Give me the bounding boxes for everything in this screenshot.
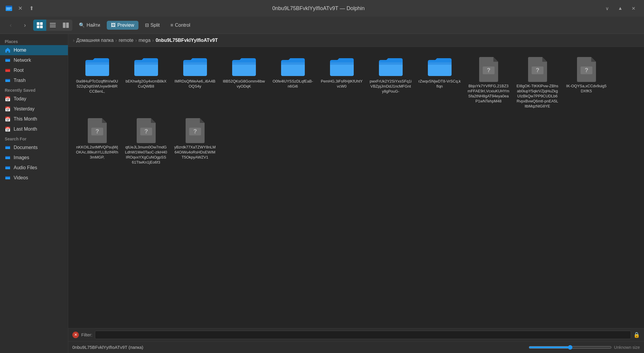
svg-rect-10 [50,26,56,27]
file-item[interactable]: ? IK-OQYSa,xCCdv9uig5DXfK5 [563,53,609,111]
sidebar-item-this-month[interactable]: 📅 This Month [0,114,68,124]
svg-text:?: ? [535,67,539,73]
window-controls: ∨ ▲ ✕ [601,2,639,14]
raise-icon[interactable]: ⬆ [27,4,36,12]
file-item[interactable]: rZwqvSNjwDT8-VrSCq,kfIqn [417,53,463,111]
preview-button[interactable]: 🖼 Preview [107,21,138,30]
search-button[interactable]: 🔍 Найти [75,20,104,30]
places-section-label: Places [0,37,68,45]
last-month-icon: 📅 [5,126,11,132]
minimize-button[interactable]: ∨ [601,2,613,14]
breadcrumb-sep-1: › [115,38,117,43]
file-item[interactable]: l8B52QKsG8Gomm4lbwvyODqK [221,53,267,111]
grid-view-button[interactable] [33,20,46,31]
file-name: IK-OQYSa,xCCdv9uig5DXfK5 [565,84,608,94]
filter-input[interactable] [95,331,631,339]
trash-label: Trash [14,78,25,83]
sidebar-item-trash[interactable]: Trash [0,75,68,86]
breadcrumb-home[interactable]: Домашняя папка [76,38,114,43]
control-button[interactable]: ≡ Control [166,21,195,30]
file-item[interactable]: pwxFrUk2Y2SiYxsSFq1iVBZpjJmDdJ1ncMFGnty8… [368,53,414,111]
svg-text:?: ? [584,67,588,73]
sidebar-item-videos[interactable]: Videos [0,173,68,183]
maximize-button[interactable]: ▲ [614,2,626,14]
breadcrumb-sep-3: › [152,38,154,43]
folder-path-bar: 0nbu9L75BFvklYyIfIoATv9T (папка) Unknown… [68,341,644,353]
this-month-icon: 📅 [5,116,11,122]
svg-text:?: ? [487,67,490,73]
file-item[interactable]: ? EI8gOK-TtKKlPvw-ZBhsab0iupY5qkrVZjqHuZ… [514,53,560,111]
unknown-file-icon: ? [478,56,499,82]
breadcrumb-current[interactable]: 0nbu9L75BFvklYyIfIoATv9T [156,38,218,43]
file-name: pwxFrUk2Y2SiYxsSFq1iVBZpjJmDdJ1ncMFGnty8… [369,79,412,94]
videos-icon [5,175,11,181]
file-item[interactable]: IMRDsQfWeAe6,,i6A4BOQS4y [172,53,218,111]
yesterday-label: Yesterday [14,106,35,112]
svg-rect-18 [5,166,10,167]
svg-rect-16 [5,146,10,147]
svg-rect-7 [40,26,43,28]
file-item[interactable]: ? yBzrdk77XaTZWY8nLM64OiWu4oRsHDsEWIMT5O… [172,114,218,167]
file-item[interactable]: bEKhwfg2Gy4vcmB8kXCuQWB8 [123,53,169,111]
file-item[interactable]: ? qtUeJL3mum0Ow7mdGLdhW1We0TaoC-zlkH40IR… [123,114,169,167]
file-name: IMRDsQfWeAe6,,i6A4BOQS4y [174,79,216,89]
title-bar-left-icons: ✕ ⬆ [5,4,36,12]
svg-rect-1 [6,6,12,7]
sidebar-item-network[interactable]: Network [0,55,68,65]
file-name: BbjoYk7YVRFG,21BZ3mFFAE9rI,VcxiuKUHYmSfa… [467,84,510,104]
back-button[interactable]: ‹ [5,19,17,31]
network-folder-icon [5,57,11,63]
breadcrumb-remote[interactable]: remote [119,38,133,43]
sidebar-item-last-month[interactable]: 📅 Last Month [0,124,68,134]
sidebar-item-images[interactable]: Images [0,153,68,163]
audio-icon [5,165,11,171]
file-item[interactable]: PemHG,3iFsRHjtKfUhtYvcW0 [319,53,365,111]
close-button[interactable]: ✕ [627,2,639,14]
split-button[interactable]: ⊟ Split [141,20,164,30]
lock-icon: 🔒 [633,332,640,338]
file-name: qtUeJL3mum0Ow7mdGLdhW1We0TaoC-zlkH40IROq… [125,145,167,165]
sidebar-item-root[interactable]: Root [0,65,68,75]
search-icon: 🔍 [79,22,85,28]
svg-rect-14 [5,69,10,70]
unknown-file-icon: ? [576,56,597,82]
pin-icon[interactable]: ✕ [16,4,24,12]
forward-button[interactable]: › [19,19,31,31]
preview-label: Preview [117,23,134,28]
file-item[interactable]: 0ia9lHuPTcOzqffihVw0U522qOqllSWUvyw9H8RC… [74,53,120,111]
file-item[interactable]: O0fe4lUYSSzDLqfEaB-n6Gi6 [270,53,316,111]
folder-icon [133,56,160,77]
list-view-button[interactable] [46,20,59,31]
sidebar-item-yesterday[interactable]: 📅 Yesterday [0,104,68,114]
size-slider[interactable] [529,345,612,350]
file-name: bEKhwfg2Gy4vcmB8kXCuQWB8 [125,79,167,89]
sidebar-item-home[interactable]: Home [0,45,68,55]
file-name: EI8gOK-TtKKlPvw-ZBhsab0iupY5qkrVZjqHuZkg… [516,84,559,109]
svg-text:?: ? [95,128,99,134]
menu-icon: ≡ [170,23,173,28]
breadcrumb-sep-2: › [135,38,137,43]
this-month-label: This Month [14,116,37,122]
sidebar-item-audio[interactable]: Audio Files [0,163,68,173]
svg-rect-19 [5,176,10,177]
home-folder-icon [5,47,11,53]
breadcrumb-mega[interactable]: mega [139,38,151,43]
search-label: Найти [87,23,100,28]
file-item[interactable]: ? nKKOIL2srtMfVQPsujWjOKAc,88kuhYLLBzIf4… [74,114,120,167]
main-content: Places Home Network [0,34,644,353]
split-label: Split [151,23,160,28]
file-item[interactable]: ? BbjoYk7YVRFG,21BZ3mFFAE9rI,VcxiuKUHYmS… [466,53,511,111]
sidebar-item-documents[interactable]: Documents [0,143,68,153]
file-name: l8B52QKsG8Gomm4lbwvyODqK [223,79,265,89]
sidebar-item-today[interactable]: 📅 Today [0,94,68,104]
yesterday-icon: 📅 [5,106,11,112]
close-filter-button[interactable]: ✕ [72,332,79,338]
root-folder-icon [5,67,11,73]
root-label: Root [14,68,24,73]
file-name: nKKOIL2srtMfVQPsujWjOKAc,88kuhYLLBzIf4Rh… [76,145,118,160]
window-title: 0nbu9L75BFvklYyIfIoATv9T — Dolphin [36,5,601,12]
svg-rect-11 [63,23,66,28]
today-icon: 📅 [5,96,11,102]
preview-icon: 🖼 [111,23,116,28]
compact-view-button[interactable] [59,20,72,31]
